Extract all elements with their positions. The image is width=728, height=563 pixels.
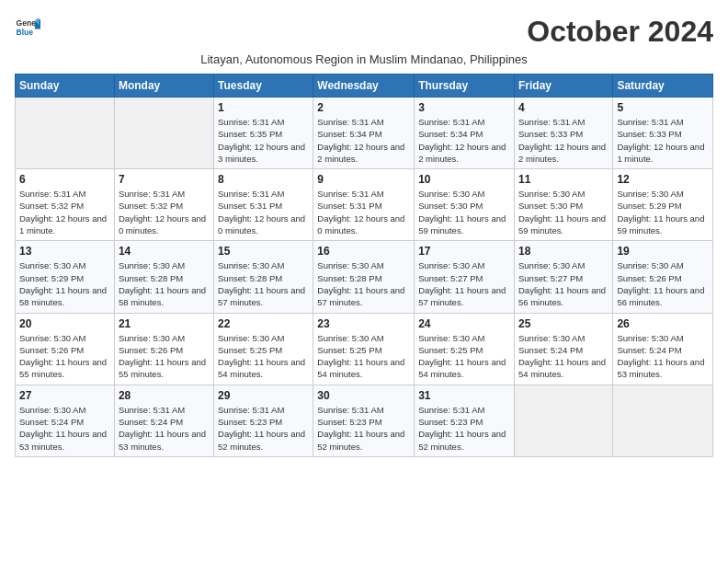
day-number: 8 [218,173,309,186]
calendar-cell [514,385,612,456]
calendar-cell: 16Sunrise: 5:30 AM Sunset: 5:28 PM Dayli… [313,241,415,313]
calendar-cell: 1Sunrise: 5:31 AM Sunset: 5:35 PM Daylig… [214,98,313,169]
day-info: Sunrise: 5:30 AM Sunset: 5:24 PM Dayligh… [19,404,110,453]
calendar-cell: 4Sunrise: 5:31 AM Sunset: 5:33 PM Daylig… [514,98,612,169]
calendar-cell: 11Sunrise: 5:30 AM Sunset: 5:30 PM Dayli… [514,169,612,241]
calendar-cell: 15Sunrise: 5:30 AM Sunset: 5:28 PM Dayli… [214,241,313,313]
week-row-3: 13Sunrise: 5:30 AM Sunset: 5:29 PM Dayli… [16,241,713,313]
day-info: Sunrise: 5:30 AM Sunset: 5:24 PM Dayligh… [617,332,709,381]
day-number: 26 [617,317,709,330]
column-header-sunday: Sunday [16,75,115,98]
day-number: 6 [19,173,110,186]
day-info: Sunrise: 5:30 AM Sunset: 5:26 PM Dayligh… [617,259,709,308]
calendar-cell: 18Sunrise: 5:30 AM Sunset: 5:27 PM Dayli… [514,241,612,313]
day-number: 4 [518,101,609,114]
day-number: 20 [19,317,110,330]
calendar-cell: 2Sunrise: 5:31 AM Sunset: 5:34 PM Daylig… [313,98,415,169]
day-number: 29 [218,389,309,402]
calendar-cell: 3Sunrise: 5:31 AM Sunset: 5:34 PM Daylig… [415,98,515,169]
calendar-cell: 6Sunrise: 5:31 AM Sunset: 5:32 PM Daylig… [16,169,115,241]
column-header-thursday: Thursday [415,75,515,98]
column-header-monday: Monday [114,75,213,98]
month-title: October 2024 [527,15,713,49]
day-number: 15 [218,245,309,258]
calendar-cell: 17Sunrise: 5:30 AM Sunset: 5:27 PM Dayli… [415,241,515,313]
day-info: Sunrise: 5:31 AM Sunset: 5:34 PM Dayligh… [418,116,510,165]
calendar-cell [613,385,713,456]
day-number: 23 [317,317,410,330]
day-number: 12 [617,173,709,186]
calendar-cell: 31Sunrise: 5:31 AM Sunset: 5:23 PM Dayli… [415,385,515,456]
header-row: SundayMondayTuesdayWednesdayThursdayFrid… [16,75,713,98]
day-info: Sunrise: 5:31 AM Sunset: 5:34 PM Dayligh… [317,116,410,165]
day-number: 13 [19,245,110,258]
day-number: 21 [119,317,210,330]
calendar-cell: 24Sunrise: 5:30 AM Sunset: 5:25 PM Dayli… [415,313,515,385]
calendar-cell: 5Sunrise: 5:31 AM Sunset: 5:33 PM Daylig… [613,98,713,169]
week-row-4: 20Sunrise: 5:30 AM Sunset: 5:26 PM Dayli… [16,313,713,385]
calendar-cell: 23Sunrise: 5:30 AM Sunset: 5:25 PM Dayli… [313,313,415,385]
day-info: Sunrise: 5:30 AM Sunset: 5:26 PM Dayligh… [119,332,210,381]
day-number: 28 [119,389,210,402]
day-info: Sunrise: 5:30 AM Sunset: 5:26 PM Dayligh… [19,332,110,381]
day-info: Sunrise: 5:30 AM Sunset: 5:28 PM Dayligh… [218,259,309,308]
calendar-cell: 7Sunrise: 5:31 AM Sunset: 5:32 PM Daylig… [114,169,213,241]
calendar-table: SundayMondayTuesdayWednesdayThursdayFrid… [15,74,713,457]
day-number: 14 [119,245,210,258]
day-info: Sunrise: 5:30 AM Sunset: 5:25 PM Dayligh… [218,332,309,381]
day-number: 27 [19,389,110,402]
day-info: Sunrise: 5:31 AM Sunset: 5:33 PM Dayligh… [617,116,709,165]
day-info: Sunrise: 5:31 AM Sunset: 5:24 PM Dayligh… [119,404,210,453]
day-info: Sunrise: 5:31 AM Sunset: 5:23 PM Dayligh… [317,404,410,453]
day-info: Sunrise: 5:31 AM Sunset: 5:35 PM Dayligh… [218,116,309,165]
day-info: Sunrise: 5:31 AM Sunset: 5:33 PM Dayligh… [518,116,609,165]
day-number: 7 [119,173,210,186]
day-info: Sunrise: 5:31 AM Sunset: 5:32 PM Dayligh… [119,188,210,236]
day-number: 18 [518,245,609,258]
calendar-cell: 27Sunrise: 5:30 AM Sunset: 5:24 PM Dayli… [16,385,115,456]
day-info: Sunrise: 5:30 AM Sunset: 5:28 PM Dayligh… [317,259,410,308]
day-info: Sunrise: 5:30 AM Sunset: 5:30 PM Dayligh… [518,188,609,236]
day-number: 30 [317,389,410,402]
day-info: Sunrise: 5:30 AM Sunset: 5:30 PM Dayligh… [418,188,510,236]
page-header: General Blue October 2024 [15,15,713,49]
day-number: 1 [218,101,309,114]
calendar-cell: 20Sunrise: 5:30 AM Sunset: 5:26 PM Dayli… [16,313,115,385]
calendar-cell: 14Sunrise: 5:30 AM Sunset: 5:28 PM Dayli… [114,241,213,313]
calendar-cell: 26Sunrise: 5:30 AM Sunset: 5:24 PM Dayli… [613,313,713,385]
day-number: 9 [317,173,410,186]
week-row-1: 1Sunrise: 5:31 AM Sunset: 5:35 PM Daylig… [16,98,713,169]
calendar-cell [16,98,115,169]
day-info: Sunrise: 5:30 AM Sunset: 5:24 PM Dayligh… [518,332,609,381]
day-info: Sunrise: 5:31 AM Sunset: 5:23 PM Dayligh… [418,404,510,453]
calendar-cell: 8Sunrise: 5:31 AM Sunset: 5:31 PM Daylig… [214,169,313,241]
page-subtitle: Litayan, Autonomous Region in Muslim Min… [15,52,713,66]
day-info: Sunrise: 5:30 AM Sunset: 5:28 PM Dayligh… [119,259,210,308]
day-number: 24 [418,317,510,330]
column-header-friday: Friday [514,75,612,98]
day-number: 3 [418,101,510,114]
day-info: Sunrise: 5:31 AM Sunset: 5:23 PM Dayligh… [218,404,309,453]
logo: General Blue [15,15,40,40]
day-info: Sunrise: 5:31 AM Sunset: 5:32 PM Dayligh… [19,188,110,236]
calendar-cell: 30Sunrise: 5:31 AM Sunset: 5:23 PM Dayli… [313,385,415,456]
calendar-cell: 13Sunrise: 5:30 AM Sunset: 5:29 PM Dayli… [16,241,115,313]
day-info: Sunrise: 5:30 AM Sunset: 5:25 PM Dayligh… [418,332,510,381]
day-number: 5 [617,101,709,114]
day-info: Sunrise: 5:30 AM Sunset: 5:29 PM Dayligh… [617,188,709,236]
calendar-cell: 12Sunrise: 5:30 AM Sunset: 5:29 PM Dayli… [613,169,713,241]
day-number: 31 [418,389,510,402]
logo-icon: General Blue [15,15,40,40]
calendar-cell: 22Sunrise: 5:30 AM Sunset: 5:25 PM Dayli… [214,313,313,385]
day-info: Sunrise: 5:31 AM Sunset: 5:31 PM Dayligh… [317,188,410,236]
day-number: 2 [317,101,410,114]
day-number: 11 [518,173,609,186]
day-number: 10 [418,173,510,186]
week-row-5: 27Sunrise: 5:30 AM Sunset: 5:24 PM Dayli… [16,385,713,456]
day-info: Sunrise: 5:30 AM Sunset: 5:27 PM Dayligh… [518,259,609,308]
svg-text:Blue: Blue [17,28,34,37]
calendar-cell: 25Sunrise: 5:30 AM Sunset: 5:24 PM Dayli… [514,313,612,385]
calendar-cell: 10Sunrise: 5:30 AM Sunset: 5:30 PM Dayli… [415,169,515,241]
day-info: Sunrise: 5:31 AM Sunset: 5:31 PM Dayligh… [218,188,309,236]
day-info: Sunrise: 5:30 AM Sunset: 5:27 PM Dayligh… [418,259,510,308]
